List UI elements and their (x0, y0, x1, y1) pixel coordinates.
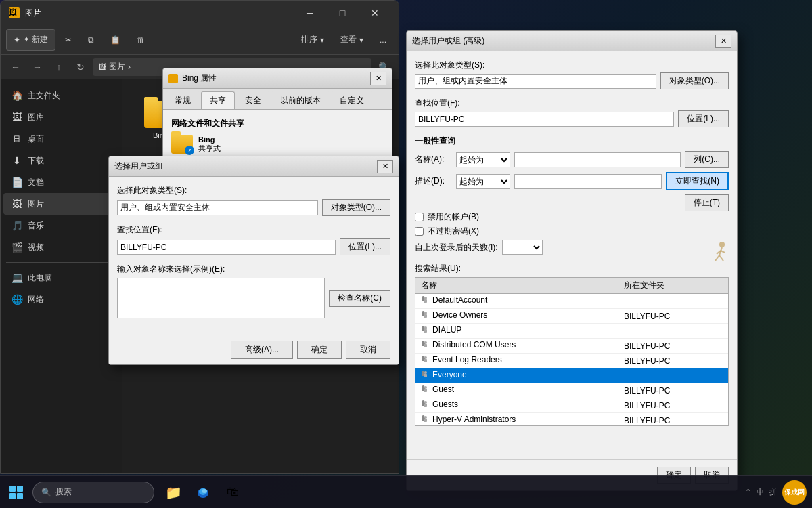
new-button[interactable]: ✦ ✦ 新建 (6, 29, 55, 51)
sort-button[interactable]: 排序▾ (294, 29, 331, 51)
explorer-toolbar: ✦ ✦ 新建 ✂ ⧉ 📋 🗑 排序▾ 查看▾ ... (1, 25, 399, 55)
cut-button[interactable]: ✂ (58, 29, 78, 51)
tab-custom[interactable]: 自定义 (331, 91, 373, 109)
sidebar-item-gallery[interactable]: 🖼 图库 (3, 106, 119, 128)
home-icon: 🏠 (12, 90, 22, 101)
user-select-footer: 高级(A)... 确定 取消 (109, 335, 399, 364)
since-days-select[interactable] (502, 240, 543, 255)
no-expire-checkbox[interactable] (415, 227, 424, 236)
sidebar-item-music[interactable]: 🎵 音乐 (3, 215, 119, 236)
share-overlay-icon: ↗ (185, 146, 194, 155)
results-table[interactable]: 名称 所在文件夹 DefaultAccount Device Owners BI… (415, 277, 729, 426)
running-figure-icon (706, 240, 730, 265)
back-button[interactable]: ← (6, 58, 25, 77)
cancel-button[interactable]: 取消 (346, 341, 390, 359)
bing-dialog-tabs: 常规 共享 安全 以前的版本 自定义 (163, 89, 392, 110)
object-type-button[interactable]: 对象类型(O)... (322, 199, 390, 216)
sidebar: 🏠 主文件夹 🖼 图库 🖥 桌面 ⬇ 下载 📄 文档 (1, 79, 122, 473)
forward-button[interactable]: → (28, 58, 47, 77)
paste-button[interactable]: 📋 (104, 29, 127, 51)
location-button[interactable]: 位置(L)... (340, 238, 390, 255)
advanced-button[interactable]: 高级(A)... (231, 341, 293, 359)
close-button[interactable]: ✕ (359, 2, 390, 24)
sidebar-item-thispc[interactable]: 💻 此电脑 (3, 267, 119, 289)
table-row[interactable]: Event Log Readers BILLYFU-PC (415, 354, 728, 368)
baocheng-logo: 保成网 (782, 480, 807, 505)
svg-point-6 (422, 311, 425, 314)
sidebar-item-home[interactable]: 🏠 主文件夹 (3, 85, 119, 106)
col-button[interactable]: 列(C)... (685, 151, 729, 168)
location-input[interactable] (117, 240, 336, 255)
object-type-input[interactable] (117, 200, 318, 215)
sidebar-item-documents[interactable]: 📄 文档 (3, 171, 119, 193)
group-icon (421, 355, 430, 364)
stop-button[interactable]: 停止(T) (685, 194, 729, 211)
table-row[interactable]: Guest BILLYFU-PC (415, 383, 728, 398)
table-row[interactable]: DIALUP (415, 324, 728, 339)
svg-point-18 (422, 356, 425, 358)
search-results-section: 搜索结果(U): 名称 所在文件夹 Defaul (415, 263, 729, 426)
sidebar-item-desktop[interactable]: 🖥 桌面 (3, 128, 119, 150)
user-select-titlebar: 选择用户或组 ✕ (109, 156, 399, 177)
advanced-dialog-close[interactable]: ✕ (715, 35, 731, 48)
col-header-folder: 所在文件夹 (618, 278, 728, 294)
svg-rect-13 (424, 344, 427, 347)
taskbar-app-files[interactable]: 📁 (160, 479, 187, 506)
svg-point-2 (422, 296, 425, 299)
adv-location-button[interactable]: 位置(L)... (678, 110, 729, 127)
bing-dialog-close[interactable]: ✕ (370, 72, 386, 85)
tab-share[interactable]: 共享 (201, 91, 235, 109)
delete-button[interactable]: 🗑 (130, 29, 152, 51)
start-button[interactable] (5, 482, 27, 503)
documents-icon: 📄 (12, 177, 22, 188)
taskbar-app-store[interactable]: 🛍 (219, 479, 246, 506)
table-row[interactable]: DefaultAccount (415, 294, 728, 309)
name-prefix-select[interactable]: 起始为 (456, 152, 510, 167)
sidebar-item-network[interactable]: 🌐 网络 (3, 289, 119, 310)
find-now-button[interactable]: 立即查找(N) (666, 172, 729, 190)
desktop-icon: 🖥 (12, 133, 22, 144)
tab-security[interactable]: 安全 (236, 91, 270, 109)
table-row[interactable]: Distributed COM Users BILLYFU-PC (415, 339, 728, 354)
svg-rect-25 (424, 389, 427, 392)
tab-general[interactable]: 常规 (166, 91, 200, 109)
thispc-icon: 💻 (12, 272, 22, 283)
disabled-accounts-checkbox[interactable] (415, 213, 424, 221)
check-names-button[interactable]: 检查名称(C) (329, 290, 390, 307)
table-row[interactable]: Everyone (415, 368, 728, 383)
more-button[interactable]: ... (373, 29, 393, 51)
adv-location-input[interactable] (415, 112, 674, 127)
adv-object-type-input[interactable] (415, 74, 656, 89)
group-icon (421, 370, 430, 379)
copy-button[interactable]: ⧉ (81, 29, 101, 51)
sidebar-item-pictures[interactable]: 🖼 图片 (3, 193, 119, 215)
taskbar-app-edge[interactable] (189, 479, 217, 506)
advanced-dialog-titlebar: 选择用户或组 (高级) ✕ (407, 31, 737, 51)
table-row[interactable]: Guests BILLYFU-PC (415, 398, 728, 413)
maximize-button[interactable]: □ (327, 2, 358, 24)
view-button[interactable]: 查看▾ (334, 29, 370, 51)
desc-prefix-select[interactable]: 起始为 (456, 174, 510, 189)
new-icon: ✦ (14, 35, 20, 45)
minimize-button[interactable]: ─ (294, 2, 325, 24)
advanced-dialog-controls: ✕ (715, 35, 731, 48)
table-row[interactable]: Hyper-V Administrators BILLYFU-PC (415, 413, 728, 427)
object-name-textarea[interactable] (117, 278, 325, 318)
table-row[interactable]: Device Owners BILLYFU-PC (415, 309, 728, 324)
ok-button[interactable]: 确定 (297, 341, 342, 359)
desc-value-input[interactable] (514, 174, 662, 189)
windows-logo (9, 486, 23, 499)
svg-point-14 (422, 341, 425, 343)
sidebar-item-downloads[interactable]: ⬇ 下载 (3, 150, 119, 171)
refresh-button[interactable]: ↻ (71, 58, 90, 77)
up-button[interactable]: ↑ (49, 58, 68, 77)
name-value-input[interactable] (514, 152, 681, 167)
object-name-group: 输入对象名称来选择(示例)(E): 检查名称(C) (117, 263, 390, 318)
user-select-close[interactable]: ✕ (377, 160, 393, 173)
taskbar-search[interactable]: 🔍 搜索 (32, 482, 154, 503)
adv-object-type-button[interactable]: 对象类型(O)... (660, 72, 729, 89)
bing-dialog-icon (168, 74, 178, 83)
tab-previous[interactable]: 以前的版本 (271, 91, 330, 109)
sidebar-item-videos[interactable]: 🎬 视频 (3, 236, 119, 258)
advanced-select-dialog: 选择用户或组 (高级) ✕ 选择此对象类型(S): 对象类型(O)... 查找位… (406, 30, 738, 491)
